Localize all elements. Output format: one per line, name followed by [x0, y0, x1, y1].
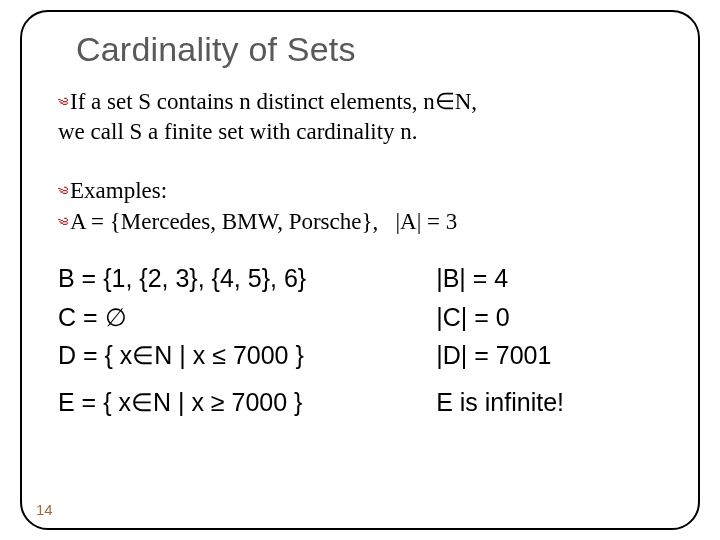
row-b-def: B = {1, {2, 3}, {4, 5}, 6} [58, 259, 436, 298]
intro-block: ༄If a set S contains n distinct elements… [58, 87, 668, 147]
row-b-card: |B| = 4 [436, 259, 668, 298]
swirl-icon: ༄ [58, 179, 68, 206]
swirl-icon: ༄ [58, 90, 68, 116]
examples-label: Examples: [70, 178, 167, 203]
slide-title: Cardinality of Sets [76, 30, 668, 69]
intro-line1: If a set S contains n distinct elements,… [70, 89, 477, 114]
row-c-card: |C| = 0 [436, 298, 668, 337]
examples-block: ༄Examples: ༄A = {Mercedes, BMW, Porsche}… [58, 175, 668, 237]
swirl-icon: ༄ [58, 210, 68, 237]
set-definitions-col: B = {1, {2, 3}, {4, 5}, 6} C = ∅ D = { x… [58, 259, 436, 422]
slide: Cardinality of Sets ༄If a set S contains… [0, 0, 720, 540]
row-d-def: D = { x∈N | x ≤ 7000 } [58, 336, 436, 375]
page-number: 14 [36, 501, 53, 518]
example-a-card: |A| = 3 [396, 209, 458, 234]
row-d-card: |D| = 7001 [436, 336, 668, 375]
row-e-card: E is infinite! [436, 383, 668, 422]
row-e-def: E = { x∈N | x ≥ 7000 } [58, 383, 436, 422]
row-c-def: C = ∅ [58, 298, 436, 337]
set-table: B = {1, {2, 3}, {4, 5}, 6} C = ∅ D = { x… [58, 259, 668, 422]
intro-line2: we call S a finite set with cardinality … [58, 119, 418, 144]
set-cardinality-col: |B| = 4 |C| = 0 |D| = 7001 E is infinite… [436, 259, 668, 422]
example-a-def: A = {Mercedes, BMW, Porsche}, [70, 209, 378, 234]
slide-frame: Cardinality of Sets ༄If a set S contains… [20, 10, 700, 530]
